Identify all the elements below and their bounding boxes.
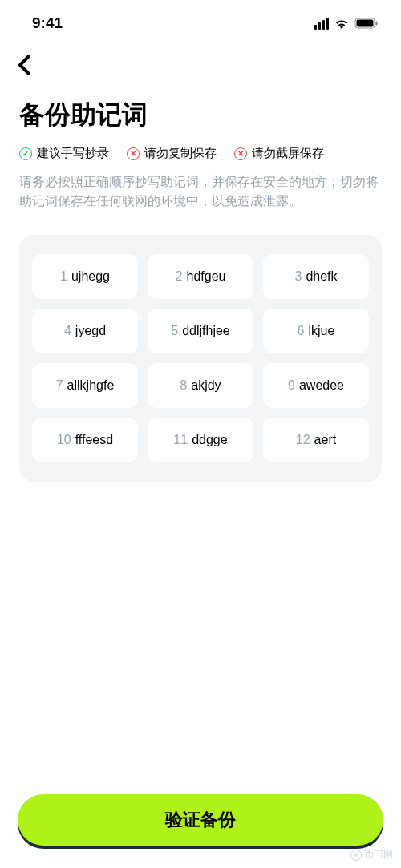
chevron-left-icon — [18, 55, 30, 75]
mnemonic-item: 9awedee — [263, 363, 369, 408]
tip-label: 请勿复制保存 — [144, 146, 217, 161]
back-button[interactable] — [18, 55, 30, 75]
status-time: 9:41 — [32, 14, 63, 32]
battery-icon — [354, 18, 379, 29]
cross-circle-icon: ✕ — [234, 147, 247, 160]
tip-handwrite: ✓ 建议手写抄录 — [19, 146, 109, 161]
watermark: ¥ 币门网 — [350, 848, 393, 862]
tip-no-copy: ✕ 请勿复制保存 — [127, 146, 217, 161]
mnemonic-item: 7allkjhgfe — [32, 363, 138, 408]
mnemonic-item: 2hdfgeu — [148, 254, 253, 299]
status-icons — [314, 18, 379, 30]
mnemonic-grid: 1ujhegg 2hdfgeu 3dhefk 4jyegd 5ddljfhjee… — [32, 254, 369, 462]
wifi-icon — [334, 18, 350, 30]
description-text: 请务必按照正确顺序抄写助记词，并保存在安全的地方；切勿将助记词保存在任何联网的环… — [19, 172, 382, 211]
watermark-text: 币门网 — [364, 848, 393, 862]
bottom-action-area: 验证备份 — [0, 794, 401, 846]
mnemonic-item: 11ddgge — [148, 418, 253, 462]
cross-circle-icon: ✕ — [127, 147, 140, 160]
verify-backup-button[interactable]: 验证备份 — [18, 794, 383, 846]
status-bar: 9:41 — [0, 0, 401, 40]
mnemonic-item: 5ddljfhjee — [148, 309, 253, 353]
tip-label: 请勿截屏保存 — [252, 146, 324, 161]
main-content: 备份助记词 ✓ 建议手写抄录 ✕ 请勿复制保存 ✕ 请勿截屏保存 请务必按照正确… — [0, 79, 401, 482]
mnemonic-card: 1ujhegg 2hdfgeu 3dhefk 4jyegd 5ddljfhjee… — [19, 235, 382, 482]
tips-row: ✓ 建议手写抄录 ✕ 请勿复制保存 ✕ 请勿截屏保存 — [19, 146, 382, 161]
tip-label: 建议手写抄录 — [37, 146, 109, 161]
check-circle-icon: ✓ — [19, 147, 32, 160]
mnemonic-item: 6lkjue — [263, 309, 369, 353]
mnemonic-item: 10fffeesd — [32, 418, 138, 462]
page-title: 备份助记词 — [19, 98, 382, 133]
cellular-signal-icon — [314, 18, 330, 30]
svg-rect-1 — [357, 20, 374, 27]
mnemonic-item: 1ujhegg — [32, 254, 138, 299]
svg-rect-2 — [376, 22, 378, 26]
tip-no-screenshot: ✕ 请勿截屏保存 — [234, 146, 324, 161]
nav-bar — [0, 40, 401, 79]
mnemonic-item: 8akjdy — [148, 363, 253, 408]
mnemonic-item: 4jyegd — [32, 309, 138, 353]
watermark-icon: ¥ — [350, 850, 362, 861]
mnemonic-item: 12aert — [263, 418, 369, 462]
mnemonic-item: 3dhefk — [263, 254, 369, 299]
